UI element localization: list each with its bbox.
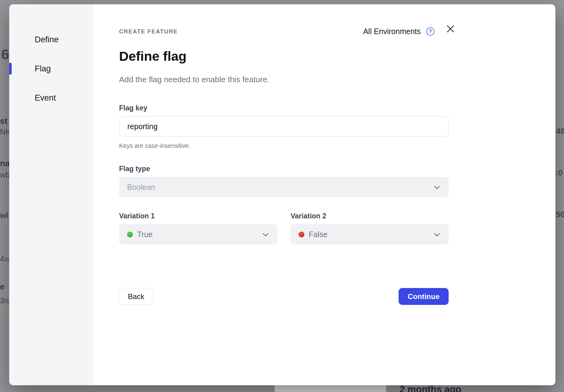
active-step-indicator (9, 63, 12, 75)
background-text-fragment: 6 (1, 46, 9, 63)
step-event[interactable]: Event (9, 93, 94, 103)
continue-button[interactable]: Continue (399, 288, 449, 305)
flag-key-input[interactable] (119, 116, 449, 136)
modal-header: CREATE FEATURE All Environments (119, 27, 455, 36)
flag-type-select[interactable]: Boolean (119, 177, 449, 197)
eyebrow-title: CREATE FEATURE (119, 28, 178, 35)
step-define[interactable]: Define (9, 34, 94, 45)
modal-footer: Back Continue (119, 288, 449, 305)
chevron-down-icon (434, 231, 439, 236)
green-dot-icon (127, 232, 133, 237)
page-title: Define flag (119, 49, 555, 63)
variation-2-field: Variation 2 False (291, 212, 449, 244)
question-circle-icon[interactable] (426, 27, 435, 36)
variations-row: Variation 1 True Variation 2 False (119, 212, 555, 244)
step-flag-label: Flag (35, 64, 51, 73)
x-icon (446, 24, 455, 33)
step-define-label: Define (35, 35, 59, 44)
flag-type-label: Flag type (119, 165, 555, 173)
step-flag[interactable]: Flag (9, 63, 94, 74)
background-text-fragment: wl (0, 211, 8, 220)
background-text-fragment: 48 (556, 126, 564, 136)
variation-1-label: Variation 1 (119, 212, 277, 220)
variation-1-value: True (137, 230, 153, 239)
flag-key-label: Flag key (119, 104, 555, 112)
environments-label: All Environments (363, 27, 421, 36)
background-text-fragment: e (0, 282, 5, 292)
step-event-label: Event (35, 93, 56, 102)
page-subtitle: Add the flag needed to enable this featu… (119, 75, 555, 84)
red-dot-icon (299, 232, 304, 237)
background-text-fragment: 50 (556, 210, 564, 219)
backdrop-row-highlight (275, 385, 386, 392)
variation-1-field: Variation 1 True (119, 212, 277, 244)
background-text-fragment: na (0, 159, 10, 168)
background-text-fragment: st (0, 117, 7, 126)
steps-sidebar: Define Flag Event (9, 4, 94, 385)
background-text-fragment: :0 (555, 168, 562, 178)
modal-main: CREATE FEATURE All Environments Define f… (94, 4, 555, 385)
variation-1-select[interactable]: True (119, 224, 277, 244)
back-button[interactable]: Back (119, 288, 153, 305)
variation-2-label: Variation 2 (291, 212, 449, 220)
chevron-down-icon (263, 231, 268, 236)
variation-2-select[interactable]: False (291, 224, 449, 244)
create-feature-modal: Define Flag Event CREATE FEATURE All Env… (9, 4, 555, 385)
flag-key-helper-text: Keys are case-insensitive. (119, 142, 555, 149)
chevron-down-icon (434, 184, 439, 189)
variation-2-value: False (309, 230, 327, 239)
background-text-fragment: wb (0, 171, 10, 179)
flag-type-value: Boolean (127, 183, 155, 192)
close-button[interactable] (446, 24, 455, 34)
